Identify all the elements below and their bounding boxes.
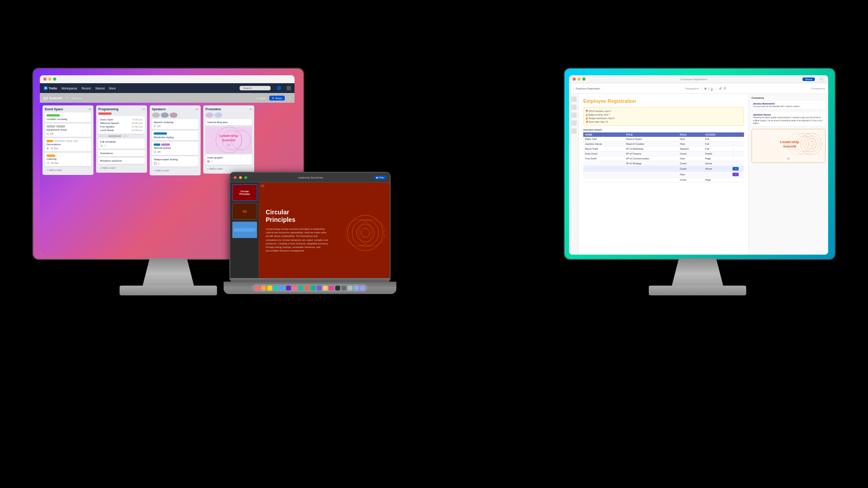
left-monitor-base [120,286,217,295]
card-catering[interactable]: Catering 🕐 10 Dec [45,153,91,166]
toolbar-comment-btn[interactable]: Comments ▾ [811,87,825,90]
keynote-maximize[interactable] [244,176,247,179]
cell-action-link-2[interactable]: ↗ [731,172,744,178]
dock-icon-11[interactable] [317,286,322,290]
cell-access [703,172,731,178]
slide-thumb-1[interactable]: CircularPrinciples [232,184,257,201]
toolbar-bold-btn[interactable]: B [705,87,706,90]
toolbar-list-btn[interactable]: ☰ [724,87,726,90]
list-menu-icon-spk[interactable]: ··· [196,108,198,111]
close-button[interactable] [43,77,46,81]
dock-icon-13[interactable] [329,286,334,290]
laptop-lid-bottom [230,278,390,282]
sidebar-icon-4[interactable] [571,120,577,126]
cell-role: Guest [678,161,703,166]
cell-title [624,166,678,172]
sidebar-icon-2[interactable] [571,105,577,110]
keynote-minimize[interactable] [239,176,242,179]
maximize-button[interactable] [53,77,56,81]
toolbar-divider-2: | [715,87,716,90]
card-breakout[interactable]: Breakout sessions [98,158,145,164]
notion-titlebar: Employee Registration Share ··· [569,75,828,83]
dock-icon-2[interactable] [261,286,266,290]
card-location-scouting[interactable]: Location scouting [45,112,91,122]
notion-maximize-button[interactable] [582,77,585,81]
card-leadership-summit[interactable]: LeadershipSummit Q1 [205,127,252,153]
dock-icon-5[interactable] [280,286,285,290]
keynote-decoration-circles [345,213,381,248]
nav-more[interactable]: More [109,87,116,90]
svg-point-7 [348,215,383,251]
dock-icon-3[interactable] [267,286,272,290]
dock-icon-6[interactable] [286,286,291,290]
dock-icon-10[interactable] [311,286,316,290]
nav-workspaces[interactable]: Workspaces [62,87,78,90]
keynote-close[interactable] [234,176,236,179]
list-menu-icon-promo[interactable]: ··· [249,108,252,111]
card-footer: ☑ 2/5 [46,132,89,135]
toolbar-link-btn[interactable]: 🔗 [719,87,722,90]
list-header-programming: Programming ··· [98,108,145,111]
user-avatar[interactable] [277,86,281,90]
notion-back-btn[interactable]: ← Employee Registration [573,87,600,90]
keynote-play-btn[interactable]: ▶ Play [374,176,386,179]
card-speech-scripting[interactable]: Speech scripting ☑ 2/5 [152,119,198,129]
card-equipment-rental[interactable]: Equipment rental ☑ 2/5 [45,124,91,137]
list-menu-icon[interactable]: ··· [89,108,91,111]
card-internal-blog[interactable]: Internal blog post [205,119,252,125]
card-invite-graphic[interactable]: Invite graphic 🖼 7 [205,155,252,165]
dock-icon-18[interactable] [360,286,365,290]
filters-btn[interactable]: ⊿ Filters [256,97,266,100]
sidebar-icon-3[interactable] [571,112,577,118]
more-icon[interactable]: ··· [288,97,291,100]
list-menu-icon-prog[interactable]: ··· [142,108,145,111]
card-activations[interactable]: Activations [98,150,145,156]
card-schedule[interactable]: Doors Open 9:15 a.m. Welcome Speech 10:0… [98,116,145,134]
notion-share-btn[interactable]: Share [802,77,815,81]
sidebar-icon-1[interactable] [571,97,577,102]
dock-icon-4[interactable] [274,286,279,290]
slide-thumb-3[interactable] [232,221,257,238]
slide-thumb-2[interactable]: 02 [232,203,257,220]
toolbar-text-btn[interactable]: Paragraph ▾ [685,87,698,90]
board-star-icon[interactable]: ☆ [66,96,68,100]
nav-recent[interactable]: Recent [81,87,91,90]
access-blue-btn[interactable]: ↗ [732,167,739,170]
notion-more-btn[interactable]: ··· [818,76,825,82]
dock-icon-14[interactable] [335,286,340,290]
toolbar-italic-btn[interactable]: I [708,87,709,90]
dock-icon-16[interactable] [348,286,353,290]
card-decorations[interactable]: Decorations 🗓 10 Dec [45,138,91,151]
add-card-event-space[interactable]: + Add a card [45,167,91,173]
notion-close-button[interactable] [573,77,576,81]
notion-toolbar: ← Employee Registration Paragraph ▾ | B … [569,83,828,94]
dock-icon-7[interactable] [292,286,297,290]
add-card-promotion[interactable]: + Add a card [205,166,252,171]
cell-action-link[interactable]: ↗ [731,166,744,172]
add-card-programming[interactable]: + Add a card [98,165,145,170]
chat-name-1: Jessica Bonnevich [753,102,824,105]
dock-icon-15[interactable] [341,286,346,290]
add-card-speakers[interactable]: + Add a card [152,168,198,173]
card-special-guests[interactable]: Special guests ☑ 4/6 [152,142,198,155]
share-button[interactable]: ⬆ Share [269,96,285,101]
dock-icon-9[interactable] [305,286,310,290]
dock-icon-8[interactable] [298,286,303,290]
toolbar-underline-btn[interactable]: U [711,87,713,90]
settings-icon[interactable] [287,86,291,90]
sidebar-icon-5[interactable] [571,128,577,134]
card-full-schedule[interactable]: Full schedule 📎 7 [98,139,145,149]
nav-starred[interactable]: Starred [95,87,105,90]
table-header-name: NAME [583,132,624,137]
minimize-button[interactable] [48,77,51,81]
card-wardrobe[interactable]: Wardrobe styling [152,131,198,140]
access-purple-btn[interactable]: ↗ [732,173,739,176]
dock-icon-12[interactable] [323,286,328,290]
card-label-gray [54,140,65,142]
search-bar[interactable]: Search [240,86,271,90]
card-teleprompter[interactable]: Teleprompter testing 💬 1 [152,156,198,167]
board-view: ⊞ Board [72,97,82,100]
notion-minimize-button[interactable] [577,77,581,81]
dock-icon-1[interactable] [255,286,260,290]
dock-icon-17[interactable] [354,286,359,290]
